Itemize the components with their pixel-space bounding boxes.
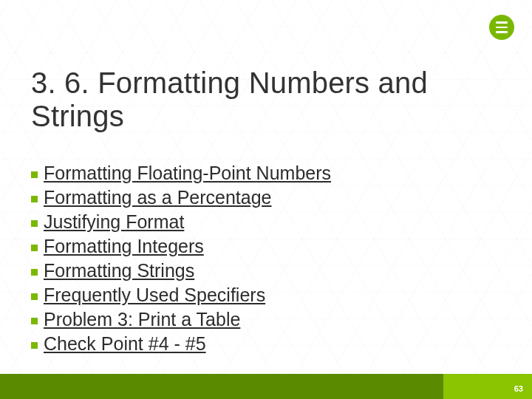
list-item: Frequently Used Specifiers: [31, 284, 501, 306]
topic-link[interactable]: Formatting Strings: [44, 260, 194, 282]
list-item: Justifying Format: [31, 211, 501, 233]
topic-link[interactable]: Problem 3: Print a Table: [44, 309, 240, 330]
list-item: Formatting Strings: [31, 260, 501, 282]
footer-bar-dark: [0, 374, 443, 399]
list-item: Formatting Integers: [31, 236, 501, 257]
topic-link[interactable]: Formatting Integers: [44, 236, 204, 257]
list-item: Formatting Floating-Point Numbers: [31, 163, 501, 184]
hamburger-icon: [496, 21, 508, 24]
topic-link[interactable]: Check Point #4 - #5: [44, 333, 206, 355]
list-item: Check Point #4 - #5: [31, 333, 501, 355]
footer-bar: [0, 374, 532, 399]
bullet-icon: [31, 293, 38, 300]
list-item: Problem 3: Print a Table: [31, 309, 501, 330]
bullet-icon: [31, 171, 38, 178]
bullet-icon: [31, 220, 38, 227]
menu-button[interactable]: [489, 15, 514, 40]
topic-link[interactable]: Formatting Floating-Point Numbers: [44, 163, 331, 184]
slide-title: 3. 6. Formatting Numbers and Strings: [31, 66, 501, 133]
bullet-icon: [31, 269, 38, 276]
hamburger-icon: [496, 27, 508, 29]
slide-content: 3. 6. Formatting Numbers and Strings For…: [0, 0, 532, 355]
hamburger-icon: [496, 31, 508, 33]
topic-link[interactable]: Frequently Used Specifiers: [44, 284, 265, 306]
bullet-icon: [31, 196, 38, 202]
bullet-icon: [31, 245, 38, 251]
page-number: 63: [514, 384, 523, 393]
list-item: Formatting as a Percentage: [31, 187, 501, 208]
bullet-icon: [31, 342, 38, 349]
bullet-icon: [31, 318, 38, 324]
topic-link[interactable]: Justifying Format: [44, 211, 184, 233]
topic-link[interactable]: Formatting as a Percentage: [44, 187, 272, 208]
link-list: Formatting Floating-Point Numbers Format…: [31, 163, 501, 355]
